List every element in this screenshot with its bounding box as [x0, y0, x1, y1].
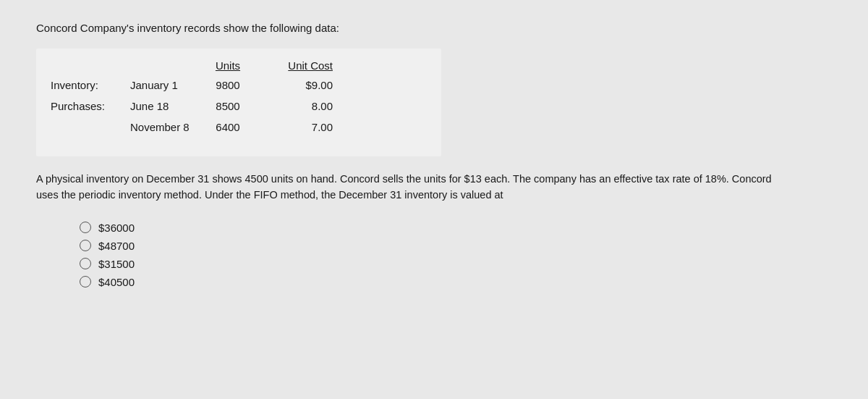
inventory-table: Units Unit Cost Inventory: January 1 980… — [36, 49, 441, 156]
row-label-purchases: Purchases: — [51, 100, 130, 112]
row-date-jan1: January 1 — [130, 79, 195, 91]
row-units-jan1: 9800 — [195, 79, 260, 91]
row-units-nov8: 6400 — [195, 121, 260, 133]
radio-button-opt4[interactable] — [80, 276, 91, 287]
radio-button-opt3[interactable] — [80, 258, 91, 269]
radio-button-opt1[interactable] — [80, 222, 91, 233]
table-row: Purchases: June 18 8500 8.00 — [51, 100, 427, 112]
row-date-jun18: June 18 — [130, 100, 195, 112]
page-container: Concord Company's inventory records show… — [0, 0, 868, 399]
row-cost-nov8: 7.00 — [260, 121, 333, 133]
option-item[interactable]: $31500 — [80, 258, 832, 270]
table-row: November 8 6400 7.00 — [51, 121, 427, 133]
units-header: Units — [195, 59, 260, 72]
option-item[interactable]: $40500 — [80, 276, 832, 288]
row-date-nov8: November 8 — [130, 121, 195, 133]
option-item[interactable]: $48700 — [80, 240, 832, 252]
question-title: Concord Company's inventory records show… — [36, 22, 832, 34]
options-area: $36000 $48700 $31500 $40500 — [80, 222, 832, 288]
row-cost-jan1: $9.00 — [260, 79, 333, 91]
radio-button-opt2[interactable] — [80, 240, 91, 251]
unit-cost-header: Unit Cost — [260, 59, 333, 72]
row-units-jun18: 8500 — [195, 100, 260, 112]
option-label-opt3: $31500 — [98, 258, 135, 270]
option-label-opt2: $48700 — [98, 240, 135, 252]
table-row: Inventory: January 1 9800 $9.00 — [51, 79, 427, 91]
row-label-inventory: Inventory: — [51, 79, 130, 91]
table-header-row: Units Unit Cost — [195, 59, 427, 72]
row-cost-jun18: 8.00 — [260, 100, 333, 112]
option-label-opt1: $36000 — [98, 222, 135, 234]
option-label-opt4: $40500 — [98, 276, 135, 288]
description-text: A physical inventory on December 31 show… — [36, 171, 796, 203]
option-item[interactable]: $36000 — [80, 222, 832, 234]
